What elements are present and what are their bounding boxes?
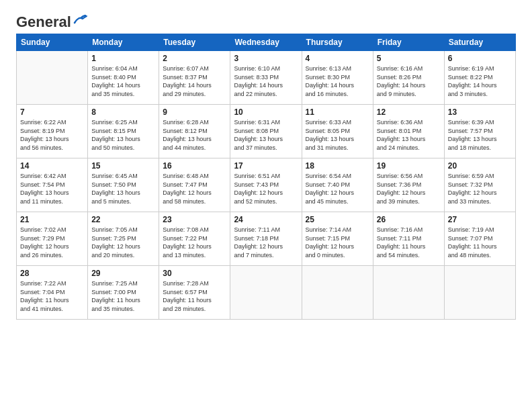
day-number: 28 [20, 269, 84, 278]
calendar-cell: 2Sunrise: 6:07 AM Sunset: 8:37 PM Daylig… [159, 51, 230, 105]
day-number: 15 [91, 161, 155, 171]
day-number: 13 [448, 107, 512, 117]
day-number: 14 [20, 161, 84, 171]
day-info: Sunrise: 6:22 AM Sunset: 8:19 PM Dayligh… [20, 118, 84, 152]
calendar-week-row: 21Sunrise: 7:02 AM Sunset: 7:29 PM Dayli… [17, 212, 516, 266]
day-info: Sunrise: 6:10 AM Sunset: 8:33 PM Dayligh… [234, 64, 298, 98]
calendar-table: SundayMondayTuesdayWednesdayThursdayFrid… [16, 34, 516, 320]
calendar-cell: 30Sunrise: 7:28 AM Sunset: 6:57 PM Dayli… [159, 266, 230, 320]
day-number: 19 [377, 161, 441, 171]
day-number: 8 [91, 107, 155, 117]
calendar-cell: 26Sunrise: 7:16 AM Sunset: 7:11 PM Dayli… [373, 212, 444, 266]
day-info: Sunrise: 6:51 AM Sunset: 7:43 PM Dayligh… [234, 172, 298, 205]
day-number: 20 [448, 161, 512, 171]
day-number: 3 [234, 54, 298, 63]
day-number: 24 [234, 215, 298, 224]
day-info: Sunrise: 6:48 AM Sunset: 7:47 PM Dayligh… [163, 172, 226, 205]
calendar-cell [230, 266, 302, 320]
day-header-thursday: Thursday [302, 34, 373, 51]
calendar-cell: 13Sunrise: 6:39 AM Sunset: 7:57 PM Dayli… [444, 105, 515, 158]
calendar-cell: 21Sunrise: 7:02 AM Sunset: 7:29 PM Dayli… [17, 212, 88, 266]
day-number: 11 [306, 107, 369, 117]
calendar-cell [373, 266, 444, 320]
day-info: Sunrise: 6:13 AM Sunset: 8:30 PM Dayligh… [306, 64, 369, 98]
calendar-cell: 7Sunrise: 6:22 AM Sunset: 8:19 PM Daylig… [17, 105, 88, 158]
day-info: Sunrise: 6:16 AM Sunset: 8:26 PM Dayligh… [377, 64, 441, 98]
day-number: 25 [306, 215, 369, 224]
day-number: 2 [163, 54, 226, 63]
day-info: Sunrise: 6:59 AM Sunset: 7:32 PM Dayligh… [448, 172, 512, 205]
logo: General [16, 13, 88, 28]
day-info: Sunrise: 6:33 AM Sunset: 8:05 PM Dayligh… [306, 118, 369, 152]
day-info: Sunrise: 6:25 AM Sunset: 8:15 PM Dayligh… [91, 118, 155, 152]
day-number: 7 [20, 107, 84, 117]
day-number: 18 [306, 161, 369, 171]
day-header-sunday: Sunday [17, 34, 88, 51]
day-number: 29 [91, 269, 155, 278]
day-header-monday: Monday [88, 34, 159, 51]
calendar-cell: 14Sunrise: 6:42 AM Sunset: 7:54 PM Dayli… [17, 158, 88, 212]
calendar-week-row: 28Sunrise: 7:22 AM Sunset: 7:04 PM Dayli… [17, 266, 516, 320]
day-info: Sunrise: 7:08 AM Sunset: 7:22 PM Dayligh… [163, 226, 226, 259]
calendar-cell: 16Sunrise: 6:48 AM Sunset: 7:47 PM Dayli… [159, 158, 230, 212]
day-number: 17 [234, 161, 298, 171]
calendar-cell: 19Sunrise: 6:56 AM Sunset: 7:36 PM Dayli… [373, 158, 444, 212]
day-info: Sunrise: 7:02 AM Sunset: 7:29 PM Dayligh… [20, 226, 84, 259]
calendar-cell: 22Sunrise: 7:05 AM Sunset: 7:25 PM Dayli… [88, 212, 159, 266]
calendar-cell: 23Sunrise: 7:08 AM Sunset: 7:22 PM Dayli… [159, 212, 230, 266]
calendar-cell: 18Sunrise: 6:54 AM Sunset: 7:40 PM Dayli… [302, 158, 373, 212]
calendar-cell: 27Sunrise: 7:19 AM Sunset: 7:07 PM Dayli… [444, 212, 515, 266]
day-number: 21 [20, 215, 84, 224]
day-info: Sunrise: 6:54 AM Sunset: 7:40 PM Dayligh… [306, 172, 369, 205]
day-number: 4 [306, 54, 369, 63]
calendar-cell: 4Sunrise: 6:13 AM Sunset: 8:30 PM Daylig… [302, 51, 373, 105]
day-info: Sunrise: 7:16 AM Sunset: 7:11 PM Dayligh… [377, 226, 441, 259]
calendar-cell [444, 266, 515, 320]
day-header-tuesday: Tuesday [159, 34, 230, 51]
day-info: Sunrise: 7:25 AM Sunset: 7:00 PM Dayligh… [91, 279, 155, 313]
day-number: 16 [163, 161, 226, 171]
calendar-cell [17, 51, 88, 105]
day-number: 12 [377, 107, 441, 117]
day-info: Sunrise: 6:19 AM Sunset: 8:22 PM Dayligh… [448, 64, 512, 98]
day-number: 10 [234, 107, 298, 117]
day-info: Sunrise: 7:28 AM Sunset: 6:57 PM Dayligh… [163, 279, 226, 313]
day-header-saturday: Saturday [444, 34, 515, 51]
day-number: 30 [163, 269, 226, 278]
calendar-cell: 15Sunrise: 6:45 AM Sunset: 7:50 PM Dayli… [88, 158, 159, 212]
calendar-cell: 8Sunrise: 6:25 AM Sunset: 8:15 PM Daylig… [88, 105, 159, 158]
calendar-cell: 1Sunrise: 6:04 AM Sunset: 8:40 PM Daylig… [88, 51, 159, 105]
calendar-week-row: 1Sunrise: 6:04 AM Sunset: 8:40 PM Daylig… [17, 51, 516, 105]
day-info: Sunrise: 6:28 AM Sunset: 8:12 PM Dayligh… [163, 118, 226, 152]
page: General SundayMondayTuesdayWednesdayThur… [0, 0, 532, 411]
calendar-cell: 20Sunrise: 6:59 AM Sunset: 7:32 PM Dayli… [444, 158, 515, 212]
calendar-cell: 5Sunrise: 6:16 AM Sunset: 8:26 PM Daylig… [373, 51, 444, 105]
calendar-cell: 10Sunrise: 6:31 AM Sunset: 8:08 PM Dayli… [230, 105, 302, 158]
calendar-cell [302, 266, 373, 320]
day-info: Sunrise: 7:11 AM Sunset: 7:18 PM Dayligh… [234, 226, 298, 259]
calendar-cell: 11Sunrise: 6:33 AM Sunset: 8:05 PM Dayli… [302, 105, 373, 158]
calendar-week-row: 14Sunrise: 6:42 AM Sunset: 7:54 PM Dayli… [17, 158, 516, 212]
day-number: 1 [91, 54, 155, 63]
day-number: 22 [91, 215, 155, 224]
calendar-cell: 25Sunrise: 7:14 AM Sunset: 7:15 PM Dayli… [302, 212, 373, 266]
calendar-cell: 3Sunrise: 6:10 AM Sunset: 8:33 PM Daylig… [230, 51, 302, 105]
calendar-cell: 12Sunrise: 6:36 AM Sunset: 8:01 PM Dayli… [373, 105, 444, 158]
calendar-cell: 9Sunrise: 6:28 AM Sunset: 8:12 PM Daylig… [159, 105, 230, 158]
calendar-header-row: SundayMondayTuesdayWednesdayThursdayFrid… [17, 34, 516, 51]
day-info: Sunrise: 6:39 AM Sunset: 7:57 PM Dayligh… [448, 118, 512, 152]
day-info: Sunrise: 6:56 AM Sunset: 7:36 PM Dayligh… [377, 172, 441, 205]
logo-bird-icon [73, 15, 88, 26]
calendar-cell: 29Sunrise: 7:25 AM Sunset: 7:00 PM Dayli… [88, 266, 159, 320]
day-info: Sunrise: 6:07 AM Sunset: 8:37 PM Dayligh… [163, 64, 226, 98]
header: General [16, 13, 516, 28]
logo-general-text: General [16, 13, 71, 31]
day-number: 23 [163, 215, 226, 224]
day-header-friday: Friday [373, 34, 444, 51]
day-info: Sunrise: 6:31 AM Sunset: 8:08 PM Dayligh… [234, 118, 298, 152]
day-info: Sunrise: 7:19 AM Sunset: 7:07 PM Dayligh… [448, 226, 512, 259]
calendar-cell: 24Sunrise: 7:11 AM Sunset: 7:18 PM Dayli… [230, 212, 302, 266]
day-info: Sunrise: 6:42 AM Sunset: 7:54 PM Dayligh… [20, 172, 84, 205]
day-info: Sunrise: 6:04 AM Sunset: 8:40 PM Dayligh… [91, 64, 155, 98]
day-info: Sunrise: 7:14 AM Sunset: 7:15 PM Dayligh… [306, 226, 369, 259]
